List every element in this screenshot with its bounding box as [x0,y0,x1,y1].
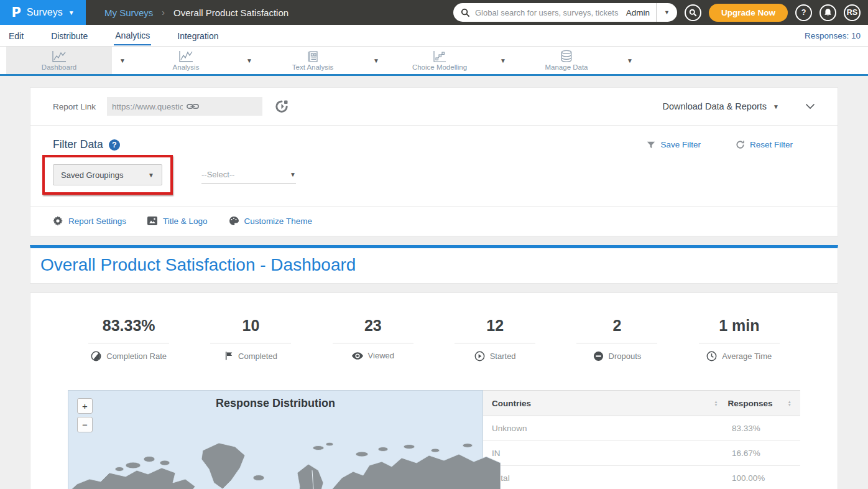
filter-select-dropdown[interactable]: --Select-- ▼ [201,165,296,184]
dashboard-chart-icon [52,50,67,63]
tab-distribute[interactable]: Distribute [50,26,89,45]
funnel-icon [647,141,655,149]
surveys-menu-label: Surveys [27,7,63,18]
report-link-url: https://www.questionpro.com/t/PHBu [112,102,183,111]
stat-dropouts: 2 Dropouts [556,317,678,361]
save-filter-button[interactable]: Save Filter [647,140,701,149]
filter-help-icon[interactable]: ? [109,139,120,151]
global-search-input[interactable] [475,8,620,17]
play-circle-icon [474,351,485,361]
tab-integration[interactable]: Integration [176,26,219,45]
response-distribution-map[interactable]: Response Distribution + − [68,390,483,489]
user-avatar[interactable]: RS [844,4,861,21]
map-title: Response Distribution [68,391,482,410]
analysis-chart-icon [178,50,193,63]
world-map [68,427,501,489]
countries-table: Countries ▲▼ Responses ▲▼ Unknown 83.33%… [483,390,800,489]
stat-viewed: 23 Viewed [312,317,434,361]
refresh-icon [736,140,745,149]
database-icon [560,50,573,63]
breadcrumb-separator: › [162,7,165,17]
annotation-highlight-box: Saved Groupings ▼ [42,155,173,195]
flag-icon [224,351,233,361]
text-analysis-caret-icon[interactable]: ▼ [366,57,387,64]
stats-row: 83.33% Completion Rate 10 Completed [68,317,800,361]
caret-down-icon: ▼ [68,9,75,16]
questionpro-logo: P [11,5,21,20]
share-report-icon[interactable] [275,100,289,113]
toolbar-dashboard[interactable]: Dashboard [6,47,112,74]
palette-icon [229,216,239,226]
dashboard-title-card: Overall Product Satisfaction - Dashboard [30,245,838,284]
tab-edit[interactable]: Edit [7,26,25,45]
breadcrumb: My Surveys › Overall Product Satisfactio… [104,7,289,18]
toolbar-manage-data[interactable]: Manage Data [514,47,619,74]
download-caret-icon: ▼ [773,103,779,110]
stat-started: 12 Started [434,317,556,361]
completion-rate-icon [91,351,101,361]
bell-icon [824,8,832,17]
analytics-toolbar: Dashboard ▼ Analysis ▼ Text Analysis ▼ C… [0,47,868,76]
filter-data-title: Filter Data ? [53,138,120,151]
countries-table-header: Countries ▲▼ Responses ▲▼ [483,390,800,416]
sort-countries-icon[interactable]: ▲▼ [714,400,718,406]
help-button[interactable]: ? [795,4,812,21]
search-icon [461,8,470,17]
saved-groupings-caret-icon: ▼ [148,172,154,179]
breadcrumb-current: Overall Product Satisfaction [173,7,289,18]
choice-modelling-caret-icon[interactable]: ▼ [492,57,514,64]
minus-circle-icon [593,351,604,361]
manage-data-caret-icon[interactable]: ▼ [619,57,640,64]
countries-column-header: Countries [492,399,714,408]
table-row: IN 16.67% [483,441,800,466]
toolbar-text-analysis[interactable]: Text Analysis [260,47,366,74]
analysis-caret-icon[interactable]: ▼ [239,57,260,64]
report-link-field[interactable]: https://www.questionpro.com/t/PHBu [107,97,262,116]
table-row: Total 100.00% [483,466,800,489]
download-data-reports-menu[interactable]: Download Data & Reports ▼ [662,101,779,111]
toolbar-choice-modelling[interactable]: Choice Modelling [387,47,492,74]
top-bar: P Surveys ▼ My Surveys › Overall Product… [0,0,868,25]
report-link-label: Report Link [53,102,96,111]
title-logo-link[interactable]: Title & Logo [147,217,208,226]
search-scope-label[interactable]: Admin [620,8,656,17]
choice-modelling-icon [433,50,446,63]
tab-analytics[interactable]: Analytics [114,26,151,45]
responses-count: Responses: 10 [805,31,861,40]
stat-average-time: 1 min Average Time [678,317,800,361]
reset-filter-button[interactable]: Reset Filter [736,140,793,149]
map-zoom-in-button[interactable]: + [77,398,93,414]
report-settings-link[interactable]: Report Settings [53,216,126,226]
responses-column-header: Responses [728,399,788,408]
search-button[interactable] [685,4,701,21]
surveys-menu[interactable]: P Surveys ▼ [0,0,86,25]
link-icon[interactable] [187,103,257,110]
text-analysis-icon [307,50,319,63]
stat-completed: 10 Completed [190,317,312,361]
gear-icon [53,216,63,226]
notifications-button[interactable] [820,4,836,21]
global-search: Admin ▼ [453,3,677,22]
clock-icon [706,351,717,361]
filter-select-caret-icon: ▼ [290,171,296,178]
stat-completion-rate: 83.33% Completion Rate [68,317,190,361]
upgrade-now-button[interactable]: Upgrade Now [709,4,788,22]
image-icon [147,217,157,225]
dashboard-card: 83.33% Completion Rate 10 Completed [30,292,838,489]
survey-nav: Edit Distribute Analytics Integration Re… [0,25,868,47]
customize-theme-link[interactable]: Customize Theme [229,216,312,226]
eye-icon [352,352,363,360]
search-scope-caret-icon[interactable]: ▼ [657,9,677,16]
collapse-chevron-icon[interactable] [805,103,815,109]
toolbar-analysis[interactable]: Analysis [133,47,239,74]
report-filter-card: Report Link https://www.questionpro.com/… [30,87,838,236]
saved-groupings-dropdown[interactable]: Saved Groupings ▼ [53,164,162,185]
sort-responses-icon[interactable]: ▲▼ [788,400,792,406]
table-row: Unknown 83.33% [483,416,800,441]
dashboard-caret-icon[interactable]: ▼ [112,57,133,64]
breadcrumb-my-surveys[interactable]: My Surveys [104,7,153,18]
page-title: Overall Product Satisfaction - Dashboard [30,248,838,283]
